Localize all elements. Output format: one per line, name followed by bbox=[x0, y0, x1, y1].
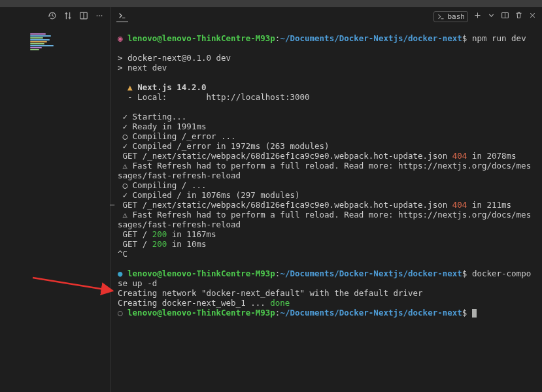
trash-icon[interactable] bbox=[515, 11, 523, 22]
history-icon[interactable] bbox=[48, 11, 57, 22]
command-text: npm run dev bbox=[472, 33, 526, 43]
prompt-path: ~/Documents/Docker-Nextjs/docker-next bbox=[280, 33, 462, 43]
terminal-output[interactable]: ◉ lenovo@lenovo-ThinkCentre-M93p:~/Docum… bbox=[111, 25, 542, 392]
prompt-user: lenovo@lenovo-ThinkCentre-M93p bbox=[127, 33, 275, 43]
close-panel-icon[interactable] bbox=[528, 11, 537, 22]
compare-icon[interactable] bbox=[63, 11, 73, 22]
split-terminal-icon[interactable] bbox=[501, 11, 509, 22]
prompt-user: lenovo@lenovo-ThinkCentre-M93p bbox=[127, 308, 275, 318]
svg-point-4 bbox=[101, 15, 103, 16]
editor-toolbar bbox=[0, 7, 110, 25]
chevron-down-icon[interactable] bbox=[487, 11, 496, 22]
title-bar bbox=[0, 0, 542, 7]
svg-point-3 bbox=[99, 15, 100, 16]
minimap[interactable] bbox=[30, 33, 56, 52]
bullet-icon: ◉ bbox=[118, 33, 127, 43]
new-terminal-icon[interactable] bbox=[473, 11, 482, 22]
prompt-path: ~/Documents/Docker-Nextjs/docker-next bbox=[280, 308, 462, 318]
shell-selector[interactable]: bash bbox=[433, 11, 469, 22]
main-area: ⎯ bash ◉ lenovo@lenovo-ThinkCentre-M9 bbox=[0, 7, 542, 392]
bullet-icon: ● bbox=[118, 269, 127, 278]
bullet-icon: ○ bbox=[118, 308, 127, 318]
prompt-user: lenovo@lenovo-ThinkCentre-M93p bbox=[127, 269, 275, 278]
prompt-path: ~/Documents/Docker-Nextjs/docker-next bbox=[280, 269, 462, 278]
cursor bbox=[472, 309, 477, 318]
editor-panel: ⎯ bbox=[0, 7, 111, 392]
terminal-tab-icon[interactable] bbox=[116, 10, 128, 22]
terminal-toolbar: bash bbox=[111, 7, 542, 25]
svg-point-2 bbox=[97, 15, 98, 16]
triangle-icon: ▲ bbox=[127, 82, 133, 92]
shell-name-label: bash bbox=[448, 12, 466, 21]
more-icon[interactable] bbox=[95, 11, 104, 22]
split-editor-icon[interactable] bbox=[79, 11, 88, 22]
terminal-panel: bash ◉ lenovo@lenovo-ThinkCentre-M93p:~/… bbox=[111, 7, 542, 392]
